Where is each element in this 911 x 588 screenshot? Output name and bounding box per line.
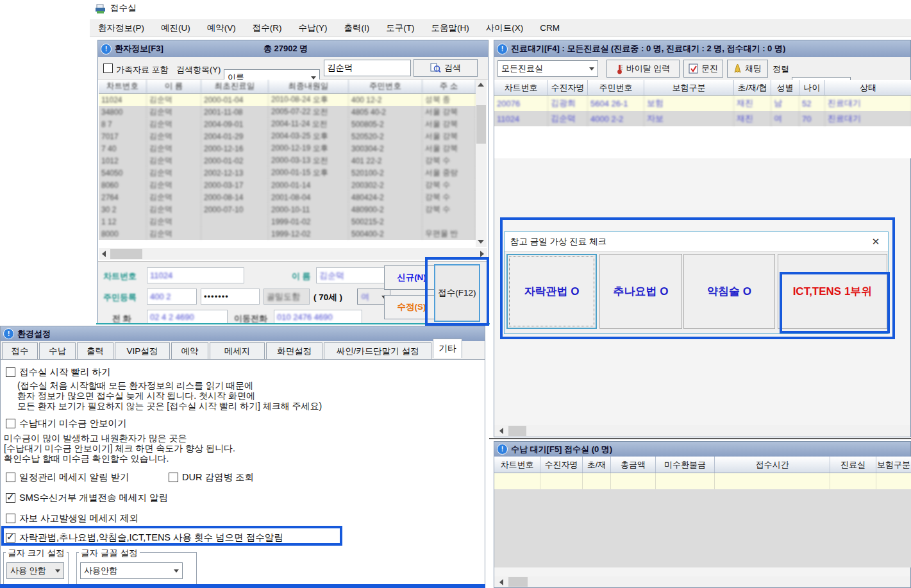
checkbox[interactable] (6, 473, 15, 482)
menu-item-reserve[interactable]: 예약(V) (199, 22, 244, 34)
waiting-table-hscrollbar[interactable] (494, 425, 910, 437)
table-row[interactable]: 8000김순덕1999-12-02500400-2우편물 반 (99, 228, 476, 240)
checkbox-checked[interactable] (6, 493, 15, 503)
settings-window: ! 환경설정 접수 수납 출력 VIP설정 예약 메세지 화면설정 싸인/카드단… (0, 326, 485, 588)
option-hide-unpaid[interactable]: 수납대기 미수금 안보이기 (6, 417, 127, 430)
menu-item-help[interactable]: 도움말(H) (423, 22, 478, 34)
font-face-select[interactable]: 사용안함 (80, 562, 183, 579)
menu-item-tools[interactable]: 도구(T) (378, 22, 422, 34)
scroll-thumb[interactable] (110, 249, 142, 259)
menu-item-site[interactable]: 사이트(X) (478, 22, 532, 34)
patient-table-vscrollbar[interactable] (476, 80, 487, 247)
patient-table-hscrollbar[interactable] (99, 248, 487, 260)
yakchim-button[interactable]: 약침술 O (683, 254, 775, 329)
menu-item-patient[interactable]: 환자정보(P) (90, 22, 153, 34)
table-row[interactable]: 20076김광희5604 26-1보험재진남52진료대기 (494, 96, 911, 111)
table-row[interactable]: 34800김순덕2001-11-082005-07-22 오전4805 40-2… (99, 106, 476, 118)
receipt-panel-title: 수납 대기[F5] 접수실 (0 명) (511, 444, 612, 455)
note-line: 모든 환자 보기가 필요하지 않는 곳은 [접수실 시작 빨리 하기] 체크해 … (17, 401, 322, 412)
questionnaire-button[interactable]: 문진 (683, 60, 723, 78)
option-sms-alert[interactable]: SMS수신거부 개별전송 메세지 알림 (6, 492, 168, 504)
table-row[interactable]: 30 2김순덕2000-07-102000-10-11480900-2강북 수 (99, 203, 476, 215)
info-icon: ! (497, 444, 508, 455)
menu-item-print[interactable]: 출력(I) (336, 22, 378, 34)
search-button[interactable]: 검색 (414, 59, 478, 77)
tab-message[interactable]: 메세지 (210, 342, 265, 359)
jumin-back-field[interactable]: ••••••• (201, 289, 260, 305)
scroll-left-icon[interactable] (102, 251, 106, 257)
phone-field[interactable]: 02 4 2 4690 (147, 310, 228, 324)
option-dur[interactable]: DUR 감염병 조회 (169, 471, 254, 483)
table-row[interactable]: 11024김순덕4000 2-2자보재진여70진료대기 (494, 111, 911, 126)
chuna-button[interactable]: 추나요법 O (599, 254, 682, 329)
scroll-thumb[interactable] (508, 426, 526, 436)
room-select[interactable]: 모든진료실 (497, 60, 598, 77)
waiting-table: 차트번호 수진자명 주민번호 보험구분 초/재/협 성별 나이 상태 20076… (494, 80, 911, 158)
tab-vip[interactable]: VIP설정 (115, 342, 170, 359)
font-size-select[interactable]: 사용 안함 (6, 562, 64, 579)
ict-tens-button[interactable]: ICT,TENS 1부위 (778, 254, 887, 329)
family-data-checkbox[interactable] (103, 63, 113, 73)
checkbox[interactable] (6, 514, 15, 523)
checkbox[interactable] (169, 473, 178, 482)
scroll-left-icon[interactable] (499, 579, 503, 585)
menu-item-sunap[interactable]: 수납(Y) (290, 22, 336, 34)
scroll-right-icon[interactable] (480, 251, 484, 257)
reception-app-icon (95, 3, 106, 14)
patient-table-header: 차트번호 이 름 최초진료일 최종내원일 주민번호 주 소 (99, 80, 476, 94)
table-row[interactable]: 8 7김순덕2004-09-012004-11-24 오전500805-2서울 … (99, 118, 476, 130)
checkbox[interactable] (6, 367, 15, 377)
tab-sunap[interactable]: 수납 (39, 342, 76, 359)
menu-item-crm[interactable]: CRM (531, 23, 568, 33)
tab-etc[interactable]: 기타 (433, 339, 462, 358)
scroll-up-icon[interactable] (478, 83, 484, 87)
receipt-table-hscrollbar[interactable] (494, 576, 910, 587)
jarak-button[interactable]: 자락관법 O (506, 254, 597, 329)
edit-patient-button[interactable]: 수정(S) (384, 295, 439, 319)
empty-row (494, 473, 911, 489)
checkbox[interactable] (6, 419, 15, 428)
chart-no-field[interactable]: 11024 (147, 267, 244, 283)
jumin-front-field[interactable]: 400 2 (147, 289, 197, 305)
info-icon: ! (497, 44, 508, 55)
table-row[interactable]: 11024김순덕2000-01-042010-08-24 오후400 12-2성… (99, 94, 476, 106)
search-item-label: 검색항목(Y) (176, 64, 221, 76)
search-icon (430, 63, 441, 73)
scroll-down-icon[interactable] (478, 240, 484, 244)
scroll-thumb[interactable] (508, 577, 528, 587)
table-row[interactable]: 8060김순덕2000-03-172000-01-14200302-2강북 수 (99, 179, 476, 191)
table-row[interactable]: 1 12김순덕1999-01-02500215-2 (99, 215, 476, 228)
option-fast-start[interactable]: 접수실 시작 빨리 하기 (6, 366, 111, 378)
tab-print[interactable]: 출력 (77, 342, 113, 359)
table-row[interactable]: 2764김순덕2000-08-142001-08-04480424-2강북 수 (99, 191, 476, 203)
table-row[interactable]: 1012김순덕2000-01-022000-03-13 오전401 22-2강북… (99, 155, 476, 167)
option-usage-alert[interactable]: 자락관법,추나요법,약침술,ICT,TENS 사용 횟수 넘으면 접수알림 (6, 532, 283, 544)
menu-item-yejin[interactable]: 예진(U) (153, 22, 199, 34)
search-input[interactable] (324, 60, 411, 76)
menu-item-receipt[interactable]: 접수(R) (244, 22, 290, 34)
jumin-label: 주민등록 (103, 292, 137, 303)
name-label: 이 름 (292, 271, 311, 282)
table-row[interactable]: 7 40김순덕2000-12-162000-12-19 오후300304-2서울… (99, 142, 476, 155)
close-icon[interactable]: ✕ (869, 235, 883, 249)
vital-input-button[interactable]: 바이탈 입력 (606, 60, 680, 78)
mobile-field[interactable]: 010 2476 4690 (274, 310, 362, 324)
tab-jeopsu[interactable]: 접수 (2, 342, 38, 359)
new-patient-button[interactable]: 신규(N) (384, 265, 439, 290)
option-jabo-exclude[interactable]: 자보 사고발생일 메세지 제외 (6, 512, 138, 525)
tab-screen[interactable]: 화면설정 (266, 342, 322, 359)
table-row[interactable]: 54050김순덕2002-12-132000-01-15 오후520100-2서… (99, 167, 476, 179)
font-size-group-label: 글자 크기 설정 (6, 548, 67, 559)
table-row[interactable]: 7017김순덕2004-01-292004-03-25 오후520520-2서울… (99, 130, 476, 142)
chat-button[interactable]: 채팅 (727, 60, 768, 78)
scroll-left-icon[interactable] (499, 428, 503, 434)
checkbox-checked[interactable] (6, 533, 15, 542)
tab-sign-card[interactable]: 싸인/카드단말기 설정 (324, 342, 431, 359)
accept-f12-button[interactable]: 접수(F12) (434, 264, 480, 322)
sort-label: 정렬 (773, 63, 789, 75)
tab-reserve[interactable]: 예약 (171, 342, 208, 359)
scroll-thumb[interactable] (476, 105, 486, 144)
option-schedule-alert[interactable]: 일정관리 메세지 알림 받기 (6, 471, 130, 483)
patient-search-row: 가족자료 포함 검색항목(Y) 이름 검색 (98, 57, 488, 80)
receipt-panel-header: ! 수납 대기[F5] 접수실 (0 명) (494, 442, 910, 457)
